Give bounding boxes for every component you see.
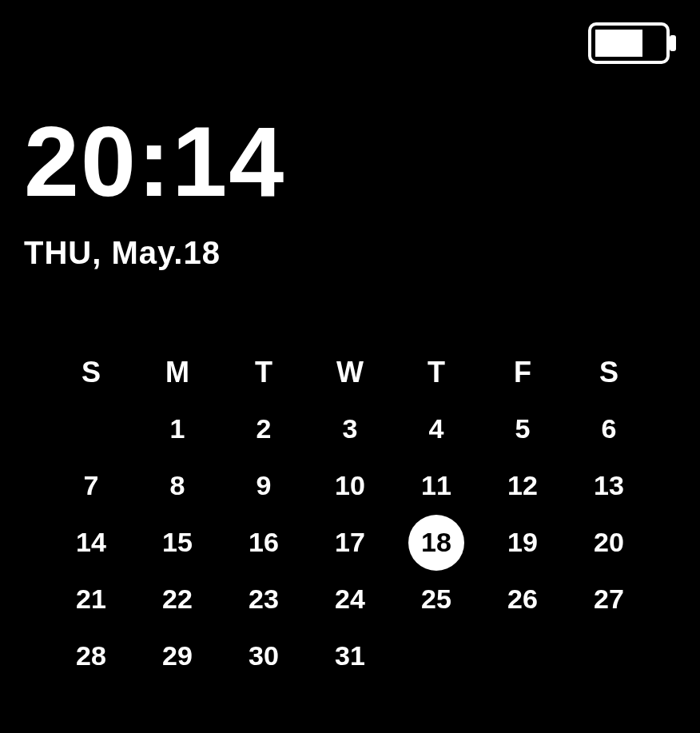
calendar-header-row: SMTWTFS (48, 344, 652, 400)
calendar-day[interactable]: 29 (134, 640, 221, 671)
calendar-day[interactable]: 23 (221, 584, 307, 615)
calendar-day[interactable]: 27 (566, 584, 652, 615)
battery-icon (588, 22, 678, 67)
calendar-weekday: S (566, 356, 652, 389)
calendar-day[interactable]: 9 (221, 470, 307, 501)
calendar-day[interactable]: 20 (566, 527, 652, 558)
calendar-day[interactable]: 24 (307, 584, 393, 615)
svg-rect-1 (670, 35, 676, 51)
calendar-week-row: 14151617181920 (48, 514, 652, 571)
calendar-day[interactable]: 6 (566, 413, 652, 444)
calendar-day[interactable]: 22 (134, 584, 221, 615)
svg-rect-2 (595, 30, 642, 57)
calendar-day[interactable]: 4 (393, 413, 479, 444)
calendar-week-row: 123456 (48, 400, 652, 457)
calendar-day[interactable]: 2 (221, 413, 307, 444)
calendar-day[interactable]: 5 (479, 413, 566, 444)
calendar-week-row: 78910111213 (48, 457, 652, 514)
calendar-day[interactable]: 18 (393, 515, 479, 571)
calendar-day[interactable]: 31 (307, 640, 393, 671)
calendar-day[interactable]: 28 (48, 640, 134, 671)
calendar-day[interactable]: 3 (307, 413, 393, 444)
calendar-day[interactable]: 25 (393, 584, 479, 615)
calendar-weekday: M (134, 356, 221, 389)
calendar-day[interactable]: 12 (479, 470, 566, 501)
calendar-day[interactable]: 26 (479, 584, 566, 615)
calendar-week-row: 21222324252627 (48, 571, 652, 627)
calendar-day[interactable]: 17 (307, 527, 393, 558)
calendar-day[interactable]: 13 (566, 470, 652, 501)
calendar-day[interactable]: 30 (221, 640, 307, 671)
calendar-weekday: F (479, 356, 566, 389)
calendar-day[interactable]: 1 (134, 413, 221, 444)
calendar-day[interactable]: 11 (393, 470, 479, 501)
calendar-weekday: T (393, 356, 479, 389)
calendar-weekday: W (307, 356, 393, 389)
calendar-day[interactable]: 10 (307, 470, 393, 501)
clock-block: 20:14 THU, May.18 (24, 112, 285, 271)
calendar-weekday: T (221, 356, 307, 389)
time-display: 20:14 (24, 112, 285, 211)
calendar-day-selected[interactable]: 18 (408, 515, 464, 571)
date-display: THU, May.18 (24, 235, 285, 271)
calendar-day[interactable]: 14 (48, 527, 134, 558)
calendar-day[interactable]: 15 (134, 527, 221, 558)
calendar: SMTWTFS 12345678910111213141516171819202… (48, 344, 652, 684)
calendar-weekday: S (48, 356, 134, 389)
calendar-day[interactable]: 8 (134, 470, 221, 501)
calendar-day[interactable]: 7 (48, 470, 134, 501)
calendar-week-row: 28293031 (48, 627, 652, 684)
calendar-day[interactable]: 19 (479, 527, 566, 558)
calendar-day[interactable]: 21 (48, 584, 134, 615)
calendar-day[interactable]: 16 (221, 527, 307, 558)
